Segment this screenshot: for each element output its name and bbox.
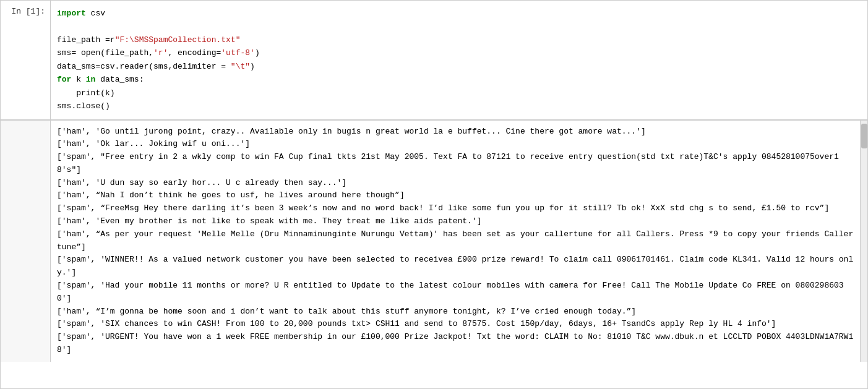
output-line: ['ham', “I’m gonna be home soon and i do… <box>57 306 854 318</box>
output-line: ['spam', “FreeMsg Hey there darling it’s… <box>57 202 854 215</box>
code-line-4: sms= open(file_path,'r', encoding='utf-8… <box>57 46 861 59</box>
cell-label: In [1]: <box>1 1 50 119</box>
scrollbar-area[interactable] <box>860 121 867 362</box>
code-line-2 <box>57 20 861 33</box>
output-line: ['ham', 'U dun say so early hor... U c a… <box>57 177 854 190</box>
output-line: ['spam', 'Had your mobile 11 months or m… <box>57 280 854 306</box>
output-line: ['spam', "Free entry in 2 a wkly comp to… <box>57 151 854 177</box>
output-line: ['ham', 'Go until jurong point, crazy.. … <box>57 126 854 139</box>
cell-code-area[interactable]: import csv file_path =r"F:\SMSSpamCollec… <box>50 1 867 119</box>
code-line-7: print(k) <box>57 87 861 100</box>
output-label <box>1 121 50 362</box>
code-line-1: import csv <box>57 7 861 20</box>
output-line: ['spam', 'URGENT! You have won a 1 week … <box>57 331 854 357</box>
code-line-6: for k in data_sms: <box>57 73 861 86</box>
code-cell: In [1]: import csv file_path =r"F:\SMSSp… <box>1 1 867 120</box>
cell-label-text: In [1]: <box>11 7 45 16</box>
output-line: ['spam', 'WINNER!! As a valued network c… <box>57 254 854 280</box>
code-line-5: data_sms=csv.reader(sms,delimiter = "\t"… <box>57 60 861 73</box>
output-line: ['ham', 'Even my brother is not like to … <box>57 215 854 228</box>
output-line: ['ham', 'Ok lar... Joking wif u oni...'] <box>57 138 854 151</box>
output-content-area[interactable]: ['ham', 'Go until jurong point, crazy.. … <box>50 121 860 362</box>
code-line-8: sms.close() <box>57 100 861 113</box>
output-line: ['ham', “As per your request 'Melle Mell… <box>57 228 854 254</box>
notebook-container: In [1]: import csv file_path =r"F:\SMSSp… <box>0 0 868 389</box>
scrollbar-thumb[interactable] <box>861 124 867 148</box>
code-line-3: file_path =r"F:\SMSSpamCollection.txt" <box>57 33 861 46</box>
output-line: ['spam', 'SIX chances to win CASH! From … <box>57 318 854 331</box>
output-cell: ['ham', 'Go until jurong point, crazy.. … <box>1 120 867 362</box>
output-line: ['ham', “Nah I don’t think he goes to us… <box>57 189 854 202</box>
